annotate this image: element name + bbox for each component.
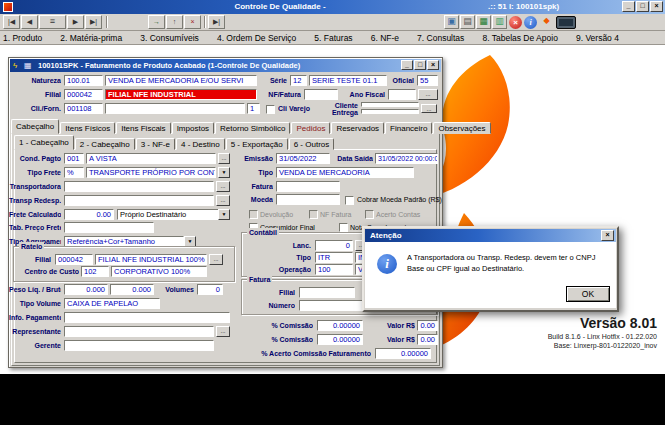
cliente-entrega-field-1[interactable] (361, 102, 419, 107)
tipo-frete-dropdown-button[interactable]: ▼ (218, 167, 230, 178)
subtab-3-nfe[interactable]: 3 - NF-e (136, 138, 175, 150)
acerto-comissao-field[interactable]: 0.00000 (375, 348, 431, 359)
frete-calculado-field[interactable]: 0.00 (64, 209, 114, 220)
centro-custo-code-field[interactable]: 102 (81, 266, 109, 277)
exit-icon[interactable]: × (509, 16, 522, 29)
cli-forn-unit-field[interactable]: 1 (247, 103, 260, 114)
menu-nfe[interactable]: 6. NF-e (371, 33, 399, 43)
tab-impostos[interactable]: Impostos (172, 122, 214, 134)
info-pagamento-field[interactable] (64, 312, 230, 323)
menu-faturas[interactable]: 5. Faturas (314, 33, 352, 43)
tipo-frete-code-field[interactable]: % (64, 167, 84, 178)
peso-liq-field[interactable]: 0.000 (64, 284, 108, 295)
subtab-5-exportacao[interactable]: 5 - Exportação (226, 138, 288, 150)
ano-fiscal-field[interactable] (388, 89, 416, 100)
frete-destinatario-combo[interactable]: Próprio Destinatário (117, 209, 230, 220)
emissao-field[interactable]: 31/05/2022 (276, 153, 330, 164)
valor-field-1[interactable]: 0.00 (417, 320, 438, 331)
representante-lookup-button[interactable]: ... (216, 326, 230, 337)
menu-versao4[interactable]: 9. Versão 4 (576, 33, 619, 43)
tipo-field[interactable]: VENDA DE MERCADORIA (276, 167, 414, 178)
serie-code-field[interactable]: 12 (290, 75, 307, 86)
devolucao-checkbox[interactable] (249, 210, 258, 219)
nav-first-button[interactable]: |◀ (3, 15, 20, 29)
c​ond-pagto-desc-field[interactable]: A VISTA (86, 153, 216, 164)
menu-consumiveis[interactable]: 3. Consumíveis (140, 33, 199, 43)
cliente-entrega-lookup-button[interactable]: ... (421, 104, 437, 113)
data-saida-field[interactable]: 31/05/2022 00:00:00 (375, 153, 438, 164)
ano-fiscal-lookup-button[interactable]: ... (418, 89, 438, 100)
minimize-button[interactable]: _ (622, 1, 635, 12)
tab-financeiro[interactable]: Financeiro (385, 122, 432, 134)
nav-next-button[interactable]: ▶ (67, 15, 84, 29)
fatura-numero-field[interactable] (299, 300, 371, 311)
transportadora-field[interactable] (64, 181, 214, 192)
cond-pagto-code-field[interactable]: 001 (64, 153, 84, 164)
cobrar-moeda-checkbox[interactable] (345, 196, 354, 205)
menu-consultas[interactable]: 7. Consultas (417, 33, 464, 43)
dialog-close-button[interactable]: × (601, 230, 614, 241)
valor-field-2[interactable]: 0.00 (417, 334, 438, 345)
menu-materia-prima[interactable]: 2. Matéria-prima (60, 33, 122, 43)
menu-produto[interactable]: 1. Produto (3, 33, 42, 43)
tab-pedidos[interactable]: Pedidos (291, 122, 330, 134)
up-button[interactable]: ↑ (166, 15, 183, 29)
moeda-field[interactable] (276, 194, 340, 205)
cliente-entrega-field-2[interactable] (361, 109, 419, 114)
step-button[interactable]: ▶| (208, 15, 225, 29)
nf-fatura-field[interactable] (304, 89, 338, 100)
fatura-field[interactable] (276, 181, 340, 192)
tab-reservados[interactable]: Reservados (331, 122, 384, 134)
tipo-frete-desc-field[interactable]: TRANSPORTE PRÓPRIO POR CONTA D (86, 167, 216, 178)
nota-complementar-checkbox[interactable] (339, 223, 348, 232)
rateio-filial-desc-field[interactable]: FILIAL NFE INDUSTRIAL 100% (95, 254, 207, 265)
frete-destinatario-dropdown-button[interactable]: ▼ (218, 209, 230, 220)
natureza-desc-field[interactable]: VENDA DE MERCADORIA E/OU SERVI (105, 75, 257, 86)
nf-fatura-checkbox[interactable] (309, 210, 318, 219)
cli-varejo-checkbox[interactable] (266, 105, 275, 114)
transp-redesp-field[interactable] (64, 195, 214, 206)
close-button[interactable]: × (650, 1, 663, 12)
form-minimize-button[interactable]: _ (401, 60, 413, 70)
ok-button[interactable]: OK (566, 286, 610, 302)
lanc-field[interactable]: 0 (315, 240, 353, 251)
nav-prev-button[interactable]: ◀ (21, 15, 38, 29)
monitor-icon[interactable] (556, 16, 576, 29)
cond-pagto-lookup-button[interactable]: ... (218, 153, 230, 164)
acerto-contas-checkbox[interactable] (365, 210, 374, 219)
maximize-button[interactable]: □ (636, 1, 649, 12)
form-maximize-button[interactable]: □ (414, 60, 426, 70)
flame-icon[interactable]: ◆ (539, 15, 554, 29)
run-button[interactable]: → (148, 15, 165, 29)
tab-observacoes[interactable]: Observações (433, 122, 490, 134)
window-icon[interactable]: ▣ (444, 15, 459, 29)
fatura-filial-field[interactable] (299, 287, 355, 298)
cancel-button[interactable]: × (184, 15, 201, 29)
transportadora-lookup-button[interactable]: ... (216, 181, 230, 192)
cli-forn-name-field[interactable] (105, 103, 245, 114)
comissao-field-2[interactable]: 0.00000 (317, 334, 363, 345)
rateio-filial-code-field[interactable]: 000042 (55, 254, 93, 265)
menu-ordem-servico[interactable]: 4. Ordem De Serviço (217, 33, 296, 43)
subtab-6-outros[interactable]: 6 - Outros (289, 138, 335, 150)
nav-last-button[interactable]: ▶| (85, 15, 102, 29)
info-icon[interactable]: i (524, 16, 537, 29)
chart-icon[interactable]: ▥ (492, 15, 507, 29)
tab-cabecalho[interactable]: Cabeçalho (11, 119, 59, 134)
rateio-filial-lookup-button[interactable]: ... (209, 254, 223, 265)
filial-code-field[interactable]: 000042 (64, 89, 103, 100)
excel-icon[interactable]: ▦ (476, 15, 491, 29)
tab-preco-frete-field[interactable] (64, 222, 154, 233)
filial-desc-field[interactable]: FILIAL NFE INDUSTRIAL (105, 89, 257, 100)
oficial-field[interactable]: 55 (417, 75, 438, 86)
transp-redesp-lookup-button[interactable]: ... (216, 195, 230, 206)
tab-retorno-simbolico[interactable]: Retorno Simbólico (215, 122, 290, 134)
subtab-4-destino[interactable]: 4 - Destino (176, 138, 225, 150)
peso-bruto-field[interactable]: 0.000 (110, 284, 154, 295)
volumes-field[interactable]: 0 (197, 284, 223, 295)
centro-custo-desc-field[interactable]: CORPORATIVO 100% (111, 266, 207, 277)
natureza-code-field[interactable]: 100.01 (64, 75, 103, 86)
comissao-field-1[interactable]: 0.00000 (317, 320, 363, 331)
serie-desc-field[interactable]: SERIE TESTE 01.1 (309, 75, 387, 86)
tab-itens-fiscais[interactable]: Itens Fiscais (116, 122, 170, 134)
